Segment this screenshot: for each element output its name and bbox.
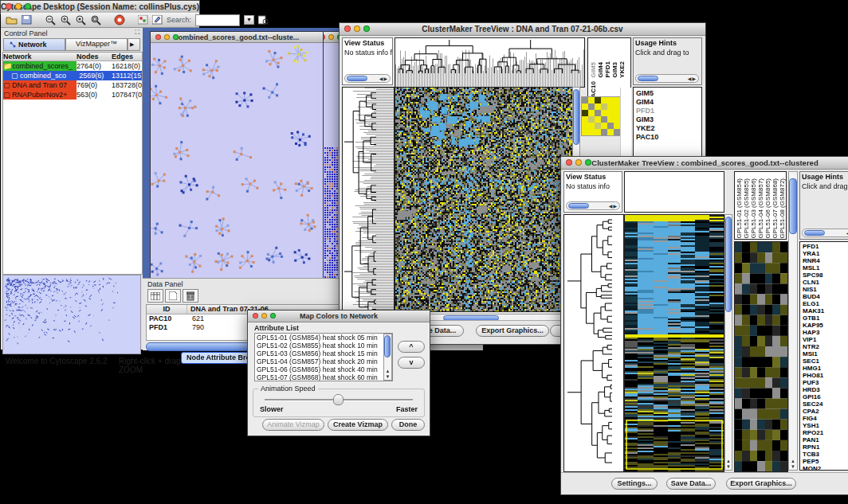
export-graphics-button[interactable]: Export Graphics...: [726, 478, 796, 490]
scroll-thumb[interactable]: [804, 230, 825, 236]
create-vizmap-button[interactable]: Create Vizmap: [328, 419, 388, 431]
gene-label[interactable]: PUF3: [803, 379, 848, 386]
column-label[interactable]: GIM4: [597, 62, 604, 78]
tv2-vscrollbar[interactable]: ▲▼: [724, 214, 732, 471]
gene-label[interactable]: CLN1: [803, 279, 848, 286]
gene-label[interactable]: VIP1: [803, 336, 848, 343]
table-row[interactable]: ▢ combined_sco 2569(6) 13112(15): [3, 71, 142, 80]
search-combo-arrow[interactable]: ▼: [244, 15, 254, 25]
move-down-button[interactable]: v: [398, 357, 425, 369]
gene-label[interactable]: YSH1: [803, 422, 848, 429]
gene-label[interactable]: CPA2: [803, 408, 848, 415]
column-label[interactable]: GIM3: [611, 62, 618, 78]
minimize-button[interactable]: [575, 159, 582, 166]
gene-label[interactable]: TCB3: [803, 451, 848, 458]
network-overview-canvas[interactable]: [2, 275, 141, 354]
column-label[interactable]: GIM5: [590, 62, 597, 78]
gene-label[interactable]: YKE2: [636, 124, 699, 133]
close-button[interactable]: [253, 313, 258, 318]
attribute-list-item[interactable]: GPL51-01 (GSM854) heat shock 05 min: [255, 334, 392, 342]
gene-label[interactable]: GIM4: [636, 98, 699, 107]
network-view-1-titlebar[interactable]: combined_scores_good.txt--cluste...: [151, 32, 323, 43]
column-label[interactable]: GPL51-04 (GSM857): [757, 178, 764, 239]
gene-label[interactable]: MSI1: [803, 350, 848, 357]
table-row[interactable]: ▢ DNA and Tran 07 769(0) 183728(0): [3, 80, 142, 90]
column-label[interactable]: GPL51-08 (GSM872): [779, 178, 786, 239]
zoom-selected-icon[interactable]: [75, 14, 86, 26]
annotation-icon[interactable]: [152, 14, 163, 26]
float-panel-icon[interactable]: ⛶: [135, 29, 139, 37]
tv1-mini-heatmap[interactable]: [581, 96, 621, 136]
minimize-button[interactable]: [15, 3, 22, 10]
gene-label[interactable]: MSL1: [803, 264, 848, 272]
zoom-button[interactable]: [363, 25, 370, 32]
attribute-list-item[interactable]: GPL51-02 (GSM855) heat shock 10 min: [255, 342, 392, 350]
gene-label[interactable]: RNR4: [803, 257, 848, 264]
col-network[interactable]: Network: [3, 53, 77, 61]
close-button[interactable]: [566, 159, 572, 166]
gene-label[interactable]: RPN1: [803, 443, 848, 451]
tv2-right-scrollbar[interactable]: ▲▼: [788, 171, 798, 471]
gene-label[interactable]: HMG1: [803, 365, 848, 372]
minimize-button[interactable]: [261, 313, 267, 318]
tab-vizmapper[interactable]: VizMapper™: [65, 38, 128, 51]
column-label[interactable]: GPL51-01 (GSM854): [736, 178, 743, 239]
gene-label[interactable]: HRD3: [803, 386, 848, 393]
usage-hints-scrollbar[interactable]: ◀▶: [635, 74, 699, 83]
gene-label[interactable]: ELG1: [803, 300, 848, 307]
new-attribute-icon[interactable]: [165, 289, 181, 303]
map-colors-titlebar[interactable]: Map Colors to Network: [248, 311, 430, 322]
column-label[interactable]: GPL51-03 (GSM856): [750, 178, 757, 239]
close-button[interactable]: [155, 34, 161, 40]
gene-label[interactable]: SPC98: [803, 272, 848, 279]
minimize-button[interactable]: [328, 34, 334, 40]
scroll-thumb[interactable]: [789, 178, 797, 234]
col-edges[interactable]: Edges: [112, 53, 142, 61]
attribute-list-item[interactable]: GPL51-04 (GSM857) heat shock 20 min: [255, 357, 392, 365]
gene-label[interactable]: YRA1: [803, 250, 848, 257]
scroll-thumb[interactable]: [725, 217, 732, 312]
search-go-icon[interactable]: [258, 14, 269, 26]
gene-label[interactable]: BUD4: [803, 293, 848, 300]
gene-label[interactable]: PHO81: [803, 372, 848, 379]
gene-label[interactable]: KAP95: [803, 322, 848, 329]
view-status-scrollbar[interactable]: ◀▶: [344, 74, 391, 83]
minimize-button[interactable]: [164, 34, 170, 40]
zoom-button[interactable]: [585, 159, 591, 166]
settings-button[interactable]: Settings...: [611, 478, 658, 490]
close-button[interactable]: [344, 25, 351, 32]
zoom-out-icon[interactable]: [45, 14, 56, 26]
col-nodes[interactable]: Nodes: [77, 53, 112, 61]
vizmap-icon[interactable]: [138, 14, 148, 26]
zoom-fit-icon[interactable]: [90, 14, 101, 26]
help-lifesaver-icon[interactable]: [114, 14, 125, 26]
column-label[interactable]: GPL51-02 (GSM855): [743, 178, 750, 239]
treeview1-titlebar[interactable]: ClusterMaker TreeView : DNA and Tran 07-…: [340, 23, 705, 36]
scroll-thumb[interactable]: [573, 89, 579, 145]
scroll-thumb[interactable]: [384, 335, 391, 357]
gene-label[interactable]: HAP3: [803, 329, 848, 336]
tv2-heatmap-canvas[interactable]: [624, 214, 724, 472]
column-label[interactable]: PFD1: [604, 61, 611, 77]
attribute-list-scrollbar[interactable]: ▲▼: [383, 334, 392, 381]
col-id[interactable]: ID: [147, 305, 186, 314]
table-row[interactable]: ▢ RNAPuberNov2+ 563(0) 107847(0): [3, 90, 142, 100]
network-canvas[interactable]: [151, 43, 321, 278]
animate-vizmap-button[interactable]: Animate Vizmap: [262, 419, 324, 431]
data-table-icon[interactable]: [147, 289, 163, 303]
tv1-row-dendrogram[interactable]: [342, 87, 395, 320]
search-input[interactable]: [195, 14, 240, 26]
tv1-column-dendrogram[interactable]: [395, 37, 585, 88]
treeview2-titlebar[interactable]: ClusterMaker TreeView : combined_scores_…: [561, 157, 848, 170]
export-graphics-button[interactable]: Export Graphics...: [476, 325, 549, 337]
column-label[interactable]: GPL51-07 (GSM868): [771, 178, 779, 239]
gene-label[interactable]: PFD1: [803, 243, 848, 250]
zoom-in-icon[interactable]: [60, 14, 71, 26]
animation-slider-thumb[interactable]: [333, 394, 344, 405]
gene-label[interactable]: PAN1: [803, 436, 848, 443]
tab-network[interactable]: Network: [3, 38, 65, 51]
table-row[interactable]: 📁combined_scores_ 2764(0) 16218(0): [3, 61, 142, 71]
usage-hints-scrollbar[interactable]: ◀▶: [802, 229, 848, 237]
minimize-button[interactable]: [354, 25, 360, 32]
scroll-thumb[interactable]: [347, 76, 367, 81]
